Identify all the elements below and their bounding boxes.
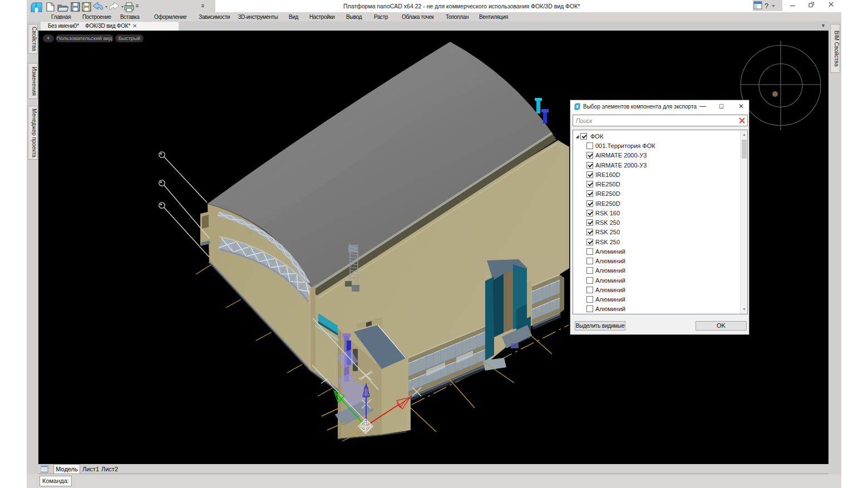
svg-text:?: ? <box>765 2 768 10</box>
svg-text:+: + <box>47 35 50 41</box>
svg-text:Пользовательский вид: Пользовательский вид <box>57 35 112 41</box>
svg-text:Быстрый: Быстрый <box>119 35 141 41</box>
